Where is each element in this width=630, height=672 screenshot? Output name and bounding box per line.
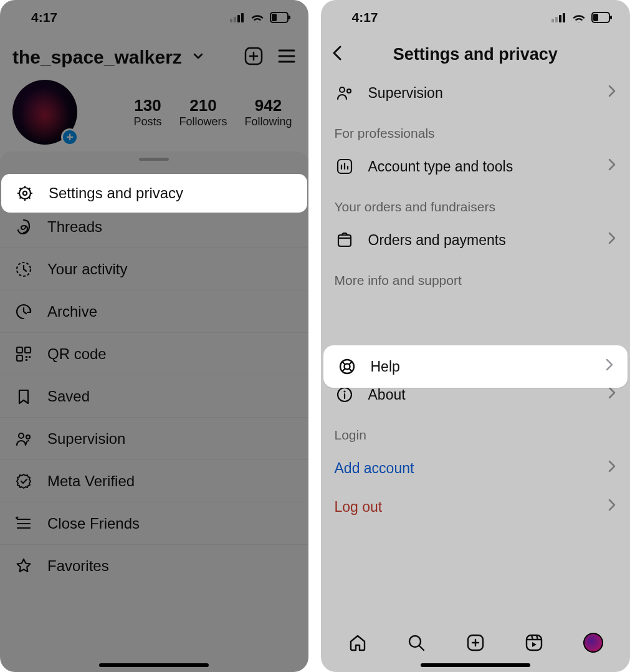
menu-saved[interactable]: Saved	[0, 375, 308, 418]
action-sheet: Threads Your activity Archive QR code Sa…	[0, 151, 308, 672]
svg-text:29: 29	[277, 15, 284, 21]
username-label[interactable]: the_space_walkerz	[12, 47, 182, 68]
menu-meta-label: Meta Verified	[47, 473, 135, 490]
svg-rect-1	[234, 17, 236, 22]
svg-rect-18	[26, 356, 27, 358]
left-screen: 4:17 29 the_space_walkerz	[0, 0, 308, 672]
svg-rect-15	[17, 347, 22, 353]
svg-line-69	[349, 369, 352, 372]
svg-rect-37	[555, 17, 558, 22]
tab-home[interactable]	[346, 631, 370, 655]
battery-icon: 29	[270, 12, 291, 23]
menu-close-friends-label: Close Friends	[47, 515, 140, 532]
row-help[interactable]: Help	[323, 345, 628, 388]
posts-stat[interactable]: 130 Posts	[133, 96, 161, 128]
svg-line-56	[419, 646, 424, 650]
tab-search[interactable]	[404, 631, 428, 655]
row-help-label: Help	[371, 358, 400, 375]
svg-point-21	[19, 433, 24, 438]
star-icon	[14, 557, 34, 575]
svg-line-68	[342, 369, 345, 372]
svg-rect-60	[527, 635, 542, 650]
svg-point-26	[19, 188, 31, 199]
posts-count: 130	[133, 96, 161, 115]
status-icons: 29	[551, 12, 613, 23]
menu-meta-verified[interactable]: Meta Verified	[0, 460, 308, 502]
svg-rect-5	[289, 16, 290, 19]
sheet-handle[interactable]	[139, 158, 169, 161]
home-indicator[interactable]	[99, 663, 209, 667]
wifi-icon	[571, 12, 586, 23]
menu-activity[interactable]: Your activity	[0, 248, 308, 290]
section-professionals: For professionals	[321, 112, 631, 147]
svg-point-27	[23, 191, 27, 195]
chevron-right-icon	[608, 498, 616, 516]
following-count: 942	[244, 96, 292, 115]
menu-settings-privacy[interactable]: Settings and privacy	[1, 174, 307, 213]
back-icon[interactable]	[330, 45, 346, 64]
section-orders: Your orders and fundraisers	[321, 186, 631, 221]
section-support: More info and support	[321, 259, 631, 294]
home-indicator[interactable]	[421, 663, 530, 667]
chevron-right-icon	[608, 231, 616, 249]
following-stat[interactable]: 942 Following	[244, 96, 292, 128]
threads-icon	[14, 218, 34, 236]
row-about-label: About	[368, 386, 406, 403]
svg-line-66	[342, 362, 345, 365]
svg-line-33	[29, 197, 30, 198]
menu-qr-label: QR code	[47, 345, 107, 363]
row-log-out[interactable]: Log out	[321, 487, 631, 526]
svg-rect-17	[17, 355, 22, 361]
row-supervision-label: Supervision	[368, 85, 443, 102]
chevron-down-icon[interactable]	[192, 50, 204, 65]
orders-icon	[335, 231, 355, 249]
add-story-icon[interactable]: +	[61, 128, 79, 146]
bookmark-icon	[14, 388, 34, 405]
svg-rect-3	[241, 13, 244, 22]
tab-reels[interactable]	[522, 631, 546, 655]
status-bar: 4:17 29	[0, 0, 308, 35]
info-icon	[335, 386, 355, 403]
help-icon	[337, 358, 357, 375]
row-orders[interactable]: Orders and payments	[321, 221, 631, 259]
menu-archive[interactable]: Archive	[0, 290, 308, 333]
menu-favorites[interactable]: Favorites	[0, 545, 308, 587]
hamburger-icon[interactable]	[277, 48, 296, 67]
close-friends-icon	[14, 515, 34, 532]
svg-rect-2	[237, 15, 240, 22]
menu-settings-privacy-label: Settings and privacy	[49, 185, 183, 202]
status-time: 4:17	[352, 10, 378, 25]
menu-close-friends[interactable]: Close Friends	[0, 502, 308, 545]
svg-rect-50	[338, 235, 351, 246]
menu-threads-label: Threads	[47, 218, 102, 236]
chevron-right-icon	[605, 358, 614, 375]
svg-text:29: 29	[599, 15, 605, 21]
gear-icon	[15, 185, 35, 202]
right-screen: 4:17 29 Settings and privacy Supervision…	[321, 0, 631, 672]
svg-rect-0	[230, 19, 232, 22]
svg-point-45	[347, 89, 351, 93]
row-log-out-label: Log out	[335, 499, 383, 516]
svg-point-65	[344, 364, 350, 370]
svg-rect-38	[559, 15, 561, 22]
chevron-right-icon	[608, 158, 616, 175]
tab-profile[interactable]	[581, 631, 605, 655]
nav-bar: Settings and privacy	[321, 35, 631, 74]
menu-supervision[interactable]: Supervision	[0, 418, 308, 460]
svg-rect-16	[25, 347, 31, 353]
row-account-type-label: Account type and tools	[368, 158, 513, 175]
svg-line-32	[20, 188, 21, 190]
tab-create[interactable]	[464, 631, 487, 655]
row-supervision[interactable]: Supervision	[321, 74, 631, 112]
create-icon[interactable]	[244, 46, 264, 69]
avatar[interactable]: +	[12, 80, 77, 145]
followers-label: Followers	[179, 115, 227, 128]
row-add-account[interactable]: Add account	[321, 449, 631, 487]
cellular-icon	[551, 12, 566, 22]
menu-archive-label: Archive	[47, 303, 97, 320]
followers-count: 210	[179, 96, 227, 115]
followers-stat[interactable]: 210 Followers	[179, 96, 227, 128]
chart-icon	[335, 158, 355, 175]
row-account-type[interactable]: Account type and tools	[321, 147, 631, 186]
menu-qr[interactable]: QR code	[0, 333, 308, 375]
